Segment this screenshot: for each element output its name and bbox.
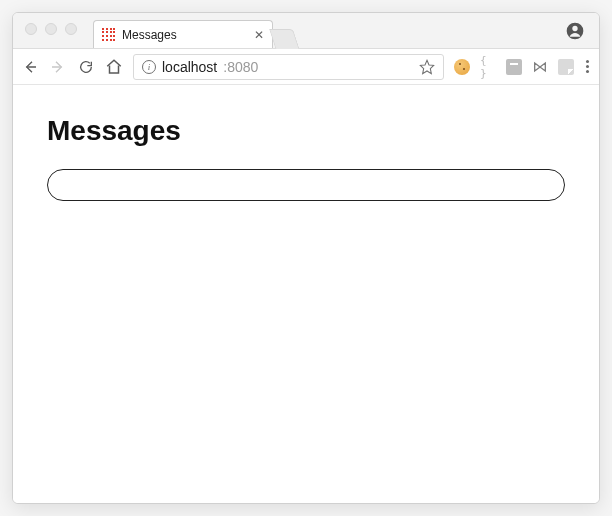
kebab-menu-icon[interactable] xyxy=(584,60,591,73)
tab-title: Messages xyxy=(122,28,177,42)
page-content: Messages xyxy=(13,85,599,503)
close-icon[interactable]: ✕ xyxy=(254,29,264,41)
square-ext-icon[interactable] xyxy=(506,59,522,75)
url-host: localhost xyxy=(162,59,217,75)
minimize-window-icon[interactable] xyxy=(45,23,57,35)
braces-ext-icon[interactable]: { } xyxy=(480,59,496,75)
home-button[interactable] xyxy=(105,58,123,76)
svg-point-1 xyxy=(572,26,577,31)
bowtie-ext-icon[interactable] xyxy=(532,59,548,75)
maximize-window-icon[interactable] xyxy=(65,23,77,35)
back-button[interactable] xyxy=(21,58,39,76)
url-port: :8080 xyxy=(223,59,258,75)
arrow-left-icon xyxy=(22,59,38,75)
new-tab-button[interactable] xyxy=(269,29,299,49)
titlebar: Messages ✕ xyxy=(13,13,599,49)
arrow-right-icon xyxy=(50,59,66,75)
note-ext-icon[interactable] xyxy=(558,59,574,75)
tabstrip: Messages ✕ xyxy=(93,13,296,48)
profile-icon[interactable] xyxy=(565,21,585,41)
home-icon xyxy=(105,58,123,76)
extension-icons: { } xyxy=(454,59,574,75)
tab-messages[interactable]: Messages ✕ xyxy=(93,20,273,48)
reload-button[interactable] xyxy=(77,58,95,76)
close-window-icon[interactable] xyxy=(25,23,37,35)
forward-button[interactable] xyxy=(49,58,67,76)
toolbar: i localhost:8080 { } xyxy=(13,49,599,85)
info-icon[interactable]: i xyxy=(142,60,156,74)
window-controls xyxy=(25,23,77,35)
browser-window: Messages ✕ i localhost:808 xyxy=(12,12,600,504)
star-icon xyxy=(419,59,435,75)
svg-marker-2 xyxy=(420,60,433,73)
cookie-ext-icon[interactable] xyxy=(454,59,470,75)
message-input[interactable] xyxy=(47,169,565,201)
address-bar[interactable]: i localhost:8080 xyxy=(133,54,444,80)
bookmark-button[interactable] xyxy=(419,59,435,75)
grid-red-icon xyxy=(102,28,116,42)
page-title: Messages xyxy=(47,115,565,147)
reload-icon xyxy=(78,59,94,75)
